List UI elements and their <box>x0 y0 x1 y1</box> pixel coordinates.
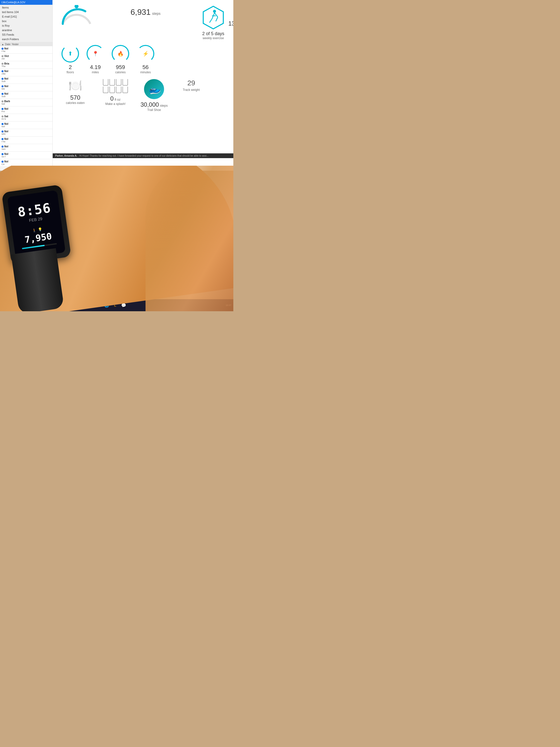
email-item-5[interactable]: Nol We <box>0 84 52 92</box>
email-item-7[interactable]: Barb Nol <box>0 99 52 106</box>
email-item-10[interactable]: Nol Nol <box>0 122 52 129</box>
weight-value: 130.0 <box>228 20 233 27</box>
watch-steps-icon: 💡 <box>37 227 43 232</box>
taskbar-icon-chat[interactable]: 💬 <box>120 302 128 309</box>
email-item-4[interactable]: Nol Sub <box>0 76 52 84</box>
taskbar-icon-browser[interactable]: 🌐 <box>103 302 110 309</box>
taskbar-icon-folder[interactable]: 📁 <box>77 302 85 309</box>
activity-minutes: ⚡ 56 minutes <box>135 45 156 74</box>
floors-icon: ⬆ <box>68 50 73 57</box>
calories-circle: 🔥 <box>112 45 129 62</box>
sidebar-header: t.McCorkle@LA.GOV <box>0 0 52 5</box>
svg-line-4 <box>210 19 212 23</box>
food-calories-label: calories eaten <box>66 101 85 105</box>
trail-shoe-icon: 👟 <box>147 82 162 96</box>
glass-2 <box>109 79 115 85</box>
taskbar-time: 10:37 <box>225 304 231 307</box>
user-email: t.McCorkle@LA.GOV <box>1 1 25 4</box>
miles-unit: miles <box>92 71 99 74</box>
taskbar-icon-office[interactable]: 🅰 <box>86 302 93 309</box>
watch-person-icon: 🚶 <box>32 228 37 232</box>
hand-overlay: 8:56 FEB 29 🚶 💡 7,950 <box>0 166 233 311</box>
monitor-screen: t.McCorkle@LA.GOV Items ted Items 104 E-… <box>0 0 233 171</box>
taskbar-search-label: Type here to search <box>19 304 42 307</box>
email-item-15[interactable]: Nol Ca <box>0 159 52 167</box>
steps-section: 6,931 steps <box>60 5 226 40</box>
windows-taskbar: ⊞ 🔍 Type here to search 🎤 ⊞ 📁 🅰 📧 🌐 L 💬 … <box>0 299 233 311</box>
watch-body: 8:56 FEB 29 🚶 💡 7,950 <box>1 184 71 265</box>
bottom-stats-row: 🍽️ 570 calories eaten <box>60 79 226 112</box>
email-item-14[interactable]: Nol So f <box>0 152 52 159</box>
email-item-13[interactable]: Nol Sen <box>0 144 52 152</box>
glass-8 <box>123 86 128 93</box>
glass-3 <box>116 79 122 85</box>
email-item-1[interactable]: Vict Alri <box>0 54 52 61</box>
minutes-circle: ⚡ <box>137 45 154 62</box>
email-item-0[interactable]: Nol I ha <box>0 46 52 54</box>
nav-item-email[interactable]: E-mail [141] <box>0 14 52 19</box>
taskbar-search-bar[interactable]: 🔍 Type here to search <box>11 303 57 308</box>
track-weight-label: Track weight <box>183 88 200 92</box>
calories-icon: 🔥 <box>117 51 124 57</box>
sidebar-nav: Items ted Items 104 E-mail [141] box is … <box>0 5 52 42</box>
minutes-value: 56 <box>142 64 149 71</box>
svg-point-0 <box>75 5 79 8</box>
nav-item-search-folders[interactable]: earch Folders <box>0 37 52 42</box>
taskbar-icon-mic[interactable]: 🎤 <box>60 302 68 309</box>
trail-shoe-badge: 👟 <box>144 79 164 99</box>
trail-steps-label: steps <box>160 104 168 107</box>
water-stat: 0 fl oz Make a splash! <box>100 79 131 106</box>
taskbar-icon-grid[interactable]: ⊞ <box>69 302 76 309</box>
watch-progress-track <box>22 243 57 249</box>
food-calories-value: 570 <box>70 94 80 101</box>
trail-steps-value: 30,000 <box>140 101 159 108</box>
glass-7 <box>116 86 122 93</box>
svg-marker-1 <box>203 6 223 29</box>
watch-time-display: 8:56 <box>17 200 52 220</box>
taskbar-system-tray: 10:37 <box>225 304 231 307</box>
email-item-3[interactable]: Nol Afte <box>0 69 52 76</box>
calories-value: 959 <box>116 64 125 71</box>
glass-5 <box>103 86 108 93</box>
email-item-11[interactable]: Nol Whi <box>0 129 52 136</box>
email-bar-message: Hi Hope! Thanks for reaching out. I have… <box>79 154 209 157</box>
track-weight-value: 29 <box>187 79 195 87</box>
nav-item-box[interactable]: box <box>0 19 52 23</box>
email-item-12[interactable]: Nol I ha <box>0 136 52 144</box>
floors-value: 2 <box>69 64 72 71</box>
steps-label: steps <box>152 11 160 16</box>
nav-item-feeds[interactable]: SS Feeds <box>0 32 52 37</box>
email-item-9[interactable]: Sat Hi N <box>0 114 52 122</box>
svg-point-2 <box>213 10 216 13</box>
activity-row: ⬆ 2 floors 📍 4.19 miles 🔥 <box>60 45 226 74</box>
nav-item-isroy[interactable]: is Roy <box>0 23 52 28</box>
email-item-2[interactable]: Bria Tha <box>0 61 52 69</box>
nav-item-ted-items[interactable]: ted Items 104 <box>0 10 52 14</box>
email-sidebar: t.McCorkle@LA.GOV Items ted Items 104 E-… <box>0 0 53 171</box>
steps-arc-svg <box>60 5 93 25</box>
nav-item-quarantine[interactable]: arantine <box>0 28 52 32</box>
watch-band-top <box>8 187 62 220</box>
steps-info: 6,931 steps <box>95 5 196 17</box>
email-notification-bar: Parker, Amanda A. Hi Hope! Thanks for re… <box>53 153 233 158</box>
fitbit-dashboard: 6,931 steps <box>53 0 233 171</box>
email-list: Nol I ha Vict Alri Bria Tha Nol Afte Nol… <box>0 46 52 167</box>
hand-skin <box>0 166 233 311</box>
svg-line-5 <box>215 13 218 17</box>
watch-steps-row: 🚶 💡 <box>32 227 43 232</box>
water-value-row: 0 fl oz <box>110 95 121 102</box>
svg-line-6 <box>216 17 218 21</box>
miles-icon: 📍 <box>92 51 99 57</box>
glass-4 <box>123 79 128 85</box>
activity-floors: ⬆ 2 floors <box>60 45 80 74</box>
track-weight-stat: 29 Track weight <box>183 79 200 92</box>
nav-item-items[interactable]: Items <box>0 5 52 10</box>
start-button[interactable]: ⊞ <box>2 301 10 309</box>
email-item-8[interactable]: Nol Fro <box>0 106 52 114</box>
minutes-unit: minutes <box>140 71 151 74</box>
taskbar-icon-outlook[interactable]: 📧 <box>94 302 102 309</box>
email-item-6[interactable]: Nol Sub <box>0 92 52 99</box>
taskbar-app-icons: 🎤 ⊞ 📁 🅰 📧 🌐 L 💬 <box>60 302 128 309</box>
taskbar-icon-l[interactable]: L <box>111 302 119 309</box>
search-icon: 🔍 <box>15 304 18 307</box>
